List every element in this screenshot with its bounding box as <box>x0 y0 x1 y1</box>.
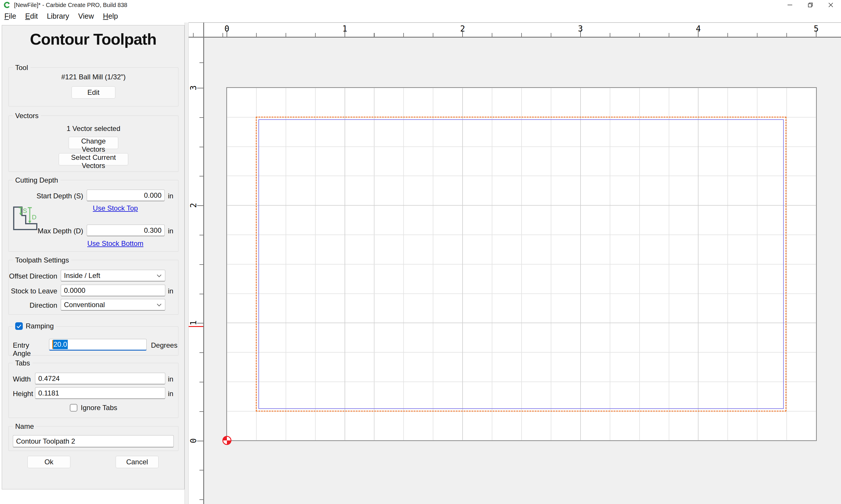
tab-height-label: Height <box>9 390 32 398</box>
ramping-group: Ramping Entry Angle 20.0 Degrees <box>8 326 178 356</box>
offset-direction-select[interactable]: Inside / Left <box>61 270 165 282</box>
vectors-group: Vectors 1 Vector selected Change Vectors… <box>8 115 178 172</box>
start-depth-input[interactable]: 0.000 <box>87 190 165 201</box>
use-stock-top-link[interactable]: Use Stock Top <box>76 204 155 212</box>
selected-text: 20.0 <box>53 340 68 349</box>
tab-width-unit: in <box>168 375 173 383</box>
ok-button[interactable]: Ok <box>28 456 70 468</box>
direction-label: Direction <box>9 301 57 309</box>
ruler-label: 2 <box>189 203 198 208</box>
menu-library[interactable]: Library <box>47 12 69 20</box>
toolpath-settings-legend: Toolpath Settings <box>13 256 71 264</box>
cancel-button[interactable]: Cancel <box>116 456 158 468</box>
page-title: Contour Toolpath <box>2 30 184 48</box>
app-logo-icon <box>3 1 11 8</box>
minimize-icon <box>787 2 793 8</box>
menu-file[interactable]: File <box>4 12 16 20</box>
ruler-major-ticks <box>189 31 841 37</box>
close-button[interactable] <box>821 0 841 10</box>
max-depth-input[interactable]: 0.300 <box>87 224 165 236</box>
restore-button[interactable] <box>800 0 821 10</box>
stock-to-leave-unit: in <box>168 287 173 295</box>
svg-text:S: S <box>23 207 27 214</box>
name-legend: Name <box>13 422 36 431</box>
cutting-depth-group: Cutting Depth S D Start Depth (S) 0.000 … <box>8 180 178 252</box>
close-icon <box>828 2 834 8</box>
ruler-label: 5 <box>814 24 819 34</box>
check-icon <box>17 324 21 328</box>
origin-marker-icon <box>222 435 232 445</box>
tab-width-input[interactable]: 0.4724 <box>35 373 165 384</box>
ignore-tabs-checkbox[interactable] <box>70 404 78 412</box>
ramping-legend: Ramping <box>13 322 56 330</box>
cursor-position-marker <box>189 326 203 327</box>
change-vectors-button[interactable]: Change Vectors <box>69 137 118 149</box>
ruler-major-ticks <box>197 38 203 504</box>
chevron-down-icon <box>157 274 161 277</box>
ruler-vertical: 3 2 1 0 <box>189 38 203 504</box>
menu-bar: File Edit Library View Help <box>0 10 841 22</box>
menu-edit[interactable]: Edit <box>25 12 38 20</box>
cutting-depth-legend: Cutting Depth <box>13 176 61 184</box>
ruler-label: 4 <box>696 24 701 34</box>
offset-direction-label: Offset Direction <box>9 272 57 280</box>
toolpath-name-input[interactable]: Contour Toolpath 2 <box>13 435 174 447</box>
select-current-vectors-button[interactable]: Select Current Vectors <box>59 153 128 165</box>
toolpath-preview-rect[interactable] <box>258 119 784 409</box>
design-canvas[interactable] <box>204 38 841 504</box>
name-group: Name Contour Toolpath 2 <box>8 426 178 451</box>
edit-tool-button[interactable]: Edit <box>71 86 115 98</box>
menu-view[interactable]: View <box>78 12 94 20</box>
ruler-label: 1 <box>189 321 198 325</box>
ruler-border <box>189 22 841 23</box>
start-depth-unit: in <box>168 192 173 200</box>
minimize-button[interactable] <box>780 0 800 10</box>
svg-text:D: D <box>32 214 36 221</box>
entry-angle-unit: Degrees <box>151 341 177 349</box>
ruler-label: 0 <box>189 438 198 443</box>
tool-group: Tool #121 Ball Mill (1/32") Edit <box>8 67 178 106</box>
contour-toolpath-dialog: Contour Toolpath Tool #121 Ball Mill (1/… <box>2 25 185 489</box>
vectors-group-legend: Vectors <box>13 112 41 120</box>
stock-to-leave-label: Stock to Leave <box>9 287 57 295</box>
ruler-label: 1 <box>342 24 347 34</box>
ruler-label: 3 <box>578 24 583 34</box>
start-depth-label: Start Depth (S) <box>26 192 83 200</box>
ignore-tabs-label: Ignore Tabs <box>81 404 117 412</box>
ramping-checkbox[interactable] <box>15 322 23 330</box>
entry-angle-input[interactable]: 20.0 <box>49 339 147 350</box>
stock-to-leave-input[interactable]: 0.0000 <box>61 285 165 296</box>
tool-group-legend: Tool <box>13 64 30 72</box>
title-bar: [NewFile]* - Carbide Create PRO, Build 8… <box>0 0 841 10</box>
max-depth-label: Max Depth (D) <box>26 227 83 235</box>
tool-name: #121 Ball Mill (1/32") <box>9 73 178 81</box>
restore-icon <box>807 2 813 8</box>
chevron-down-icon <box>157 304 161 307</box>
tabs-group: Tabs Width 0.4724 in Height 0.1181 in Ig… <box>8 363 178 418</box>
window-title: [NewFile]* - Carbide Create PRO, Build 8… <box>14 2 127 8</box>
toolpath-settings-group: Toolpath Settings Offset Direction Insid… <box>8 260 178 315</box>
ruler-label: 0 <box>225 24 229 34</box>
tabs-legend: Tabs <box>13 359 32 367</box>
max-depth-unit: in <box>168 227 173 235</box>
entry-angle-label: Entry Angle <box>9 341 46 358</box>
ramping-label: Ramping <box>26 322 54 330</box>
tab-height-unit: in <box>168 390 173 398</box>
tab-height-input[interactable]: 0.1181 <box>35 387 165 399</box>
menu-help[interactable]: Help <box>103 12 118 20</box>
tab-width-label: Width <box>9 375 32 383</box>
use-stock-bottom-link[interactable]: Use Stock Bottom <box>76 239 155 248</box>
panel-splitter[interactable] <box>185 22 189 504</box>
ruler-label: 2 <box>460 24 465 34</box>
vectors-status: 1 Vector selected <box>9 125 178 133</box>
ruler-horizontal: 0 1 2 3 4 5 <box>189 23 841 37</box>
direction-select[interactable]: Conventional <box>61 299 165 311</box>
ruler-label: 3 <box>189 86 198 90</box>
